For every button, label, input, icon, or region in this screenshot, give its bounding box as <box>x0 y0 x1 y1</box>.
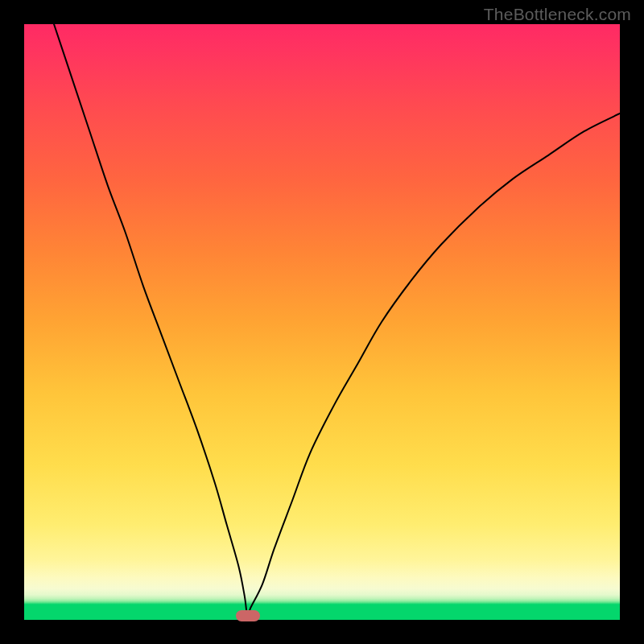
optimum-marker <box>236 610 260 621</box>
chart-frame: TheBottleneck.com <box>0 0 644 644</box>
watermark-text: TheBottleneck.com <box>484 5 631 24</box>
bottleneck-curve <box>24 24 620 620</box>
plot-area <box>24 24 620 620</box>
